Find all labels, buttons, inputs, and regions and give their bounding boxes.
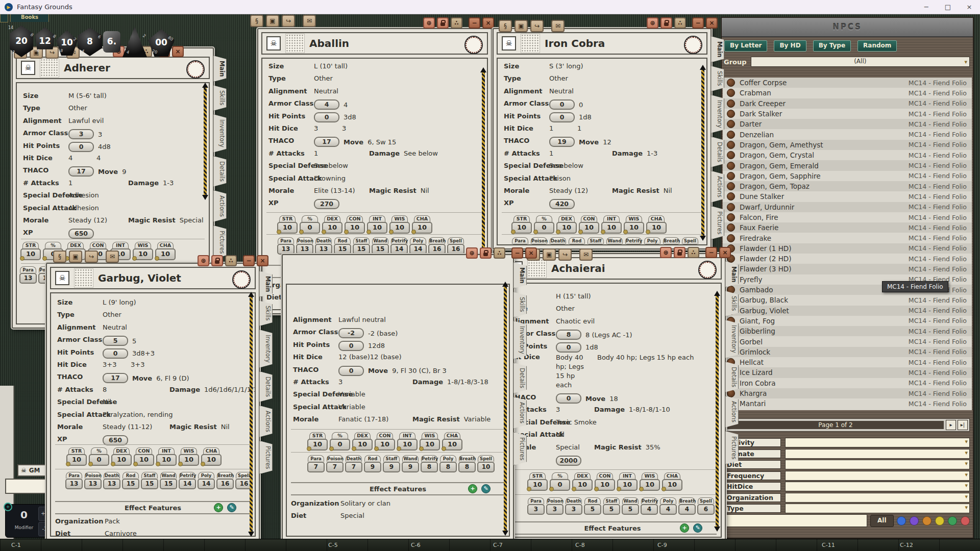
list-item[interactable]: Coffer CorpseMC14 - Fiend Folio [723, 78, 972, 88]
by-hd-button[interactable]: By HD [774, 40, 806, 52]
chat-icon[interactable]: ✉ [106, 251, 119, 263]
close-icon[interactable]: × [257, 255, 268, 266]
window-maximize-button[interactable]: □ [937, 1, 959, 14]
list-item[interactable]: Iron CobraMC14 - Fiend Folio [723, 378, 972, 388]
zoom-icon[interactable]: ⊕ [198, 255, 209, 266]
stat-value-box[interactable]: 10 [601, 222, 622, 234]
number-box[interactable]: 0 [556, 342, 581, 353]
minimize-icon[interactable]: − [469, 17, 480, 29]
filter-input-type[interactable]: ▾ [785, 504, 970, 513]
tab-details[interactable]: Details [213, 156, 227, 187]
zoom-icon[interactable]: ⊕ [647, 17, 658, 29]
stat-value-box[interactable]: 10 [20, 248, 41, 260]
window-close-button[interactable]: × [959, 1, 980, 14]
d8-die[interactable]: 864 [78, 28, 102, 56]
number-box[interactable]: 0 [549, 99, 575, 110]
stat-value-box[interactable]: 10 [134, 454, 154, 466]
save-value-box[interactable]: 16 [447, 244, 464, 255]
save-value-box[interactable]: 3 [565, 504, 582, 515]
list-item[interactable]: Dragon, Gem, EmeraldMC14 - Fiend Folio [723, 160, 972, 170]
stat-value-box[interactable]: 10 [322, 222, 342, 234]
number-box[interactable]: 5 [103, 336, 128, 346]
stat-value-box[interactable]: 10 [389, 222, 410, 234]
save-value-box[interactable]: 15 [625, 244, 642, 245]
number-box[interactable]: 19 [549, 137, 575, 147]
dragon-die-icon[interactable]: § [53, 251, 66, 263]
list-item[interactable]: Dragon, Gem, SapphireMC14 - Fiend Folio [723, 171, 972, 181]
chat-icon[interactable]: ✉ [579, 248, 593, 261]
all-filter-button[interactable]: All [870, 515, 894, 527]
list-item[interactable]: DenzelianMC14 - Fiend Folio [723, 129, 972, 139]
list-item[interactable]: FiredrakeMC14 - Fiend Folio [723, 233, 972, 243]
tab-details[interactable]: Details [259, 371, 273, 402]
tab-skills[interactable]: Skills [213, 85, 227, 111]
hotkey-bar[interactable]: C-1C-5C-6C-7C-8C-9C-11C-12 [0, 539, 980, 551]
filter-input-frequency[interactable]: ▾ [785, 471, 970, 481]
minimize-icon[interactable]: − [692, 17, 704, 29]
save-value-box[interactable]: 17 [663, 244, 680, 245]
tab-inventory[interactable]: Inventory [711, 95, 724, 133]
save-value-box[interactable]: 14 [530, 244, 548, 245]
stat-value-box[interactable]: 10 [662, 479, 682, 491]
category-color-button[interactable] [910, 516, 919, 525]
save-value-box[interactable]: 15 [644, 244, 661, 245]
filter-input-organization[interactable]: ▾ [785, 493, 970, 503]
stat-value-box[interactable]: 10 [133, 248, 153, 260]
add-icon[interactable]: + [468, 484, 477, 493]
stat-value-box[interactable]: 10 [352, 439, 373, 450]
lock-icon[interactable] [211, 255, 223, 266]
list-search-input[interactable] [724, 514, 867, 527]
d6-die[interactable]: 6. [103, 31, 120, 53]
save-value-box[interactable]: 13 [315, 244, 332, 255]
modifier-value[interactable]: 0 [13, 509, 35, 521]
filter-input-hitdice[interactable]: ▾ [785, 482, 970, 491]
number-box[interactable]: 4 [314, 99, 339, 110]
tab-skills[interactable]: Skills [259, 300, 273, 326]
save-value-box[interactable]: 13 [84, 479, 102, 489]
tab-inventory[interactable]: Inventory [725, 320, 739, 358]
stat-value-box[interactable]: 10 [345, 222, 365, 234]
save-value-box[interactable]: 3 [546, 504, 564, 515]
save-value-box[interactable]: 15 [353, 244, 370, 255]
window-header[interactable]: ☠ Garbug, Violet [50, 267, 256, 289]
stat-value-box[interactable]: 0 [550, 479, 570, 491]
filter-input-activity[interactable]: ▾ [785, 438, 970, 447]
list-item[interactable]: DarterMC14 - Fiend Folio [723, 119, 972, 129]
save-value-box[interactable]: 15 [160, 479, 177, 489]
npc-skull-checkbox[interactable]: ☠ [502, 36, 516, 51]
copy-icon[interactable]: ▣ [69, 251, 82, 263]
save-value-box[interactable]: 4 [659, 504, 677, 515]
add-icon[interactable]: + [214, 503, 223, 512]
stat-value-box[interactable]: 10 [397, 439, 418, 450]
number-box[interactable]: 17 [68, 166, 94, 177]
tab-pictures[interactable]: Pictures [711, 206, 724, 240]
list-item[interactable]: Dwarf, UrdunnirMC14 - Fiend Folio [723, 202, 972, 212]
list-item[interactable]: MantariMC14 - Fiend Folio [723, 398, 972, 409]
number-box[interactable]: 17 [314, 137, 339, 147]
save-value-box[interactable]: 14 [179, 479, 196, 489]
tab-main[interactable]: Main [725, 261, 739, 287]
share-icon[interactable]: ∴ [451, 17, 462, 29]
minimize-icon[interactable]: − [705, 247, 717, 258]
number-box[interactable]: 0 [68, 142, 94, 152]
npc-portrait-thumbnail[interactable] [521, 34, 540, 53]
number-box[interactable]: 270 [314, 199, 339, 209]
list-item[interactable]: GibberlingMC14 - Fiend Folio [723, 326, 972, 336]
save-value-box[interactable]: 9 [383, 462, 400, 472]
list-item[interactable]: Flawder (2 HD)MC14 - Fiend Folio [723, 254, 972, 264]
save-value-box[interactable]: 7 [345, 462, 362, 472]
stat-value-box[interactable]: 10 [179, 454, 199, 466]
stat-value-box[interactable]: 10 [307, 439, 328, 450]
wheel-dial-icon[interactable] [465, 37, 482, 53]
list-item[interactable]: HellcatMC14 - Fiend Folio [723, 357, 972, 367]
stat-value-box[interactable]: 10 [624, 222, 644, 234]
tab-skills[interactable]: Skills [513, 292, 527, 317]
stat-value-box[interactable]: 0 [89, 454, 109, 466]
save-value-box[interactable]: 15 [372, 244, 389, 255]
copy-icon[interactable]: ▣ [543, 248, 556, 261]
tab-main[interactable]: Main [711, 36, 724, 62]
save-value-box[interactable]: 7 [307, 462, 325, 472]
list-item[interactable]: Faux FaerieMC14 - Fiend Folio [723, 222, 972, 233]
npc-skull-checkbox[interactable]: ☠ [55, 271, 69, 285]
stat-value-box[interactable]: 10 [527, 479, 548, 491]
